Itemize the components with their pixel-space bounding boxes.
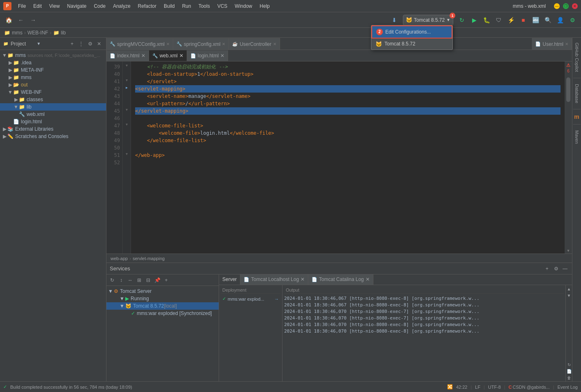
gutter-fold-42[interactable]: ▸ (123, 84, 131, 91)
vcs-update-button[interactable]: ⬇ (389, 15, 400, 25)
svc-item-tomcat-instance[interactable]: ▼ 🐱 Tomcat 8.5.72 [local] (106, 302, 219, 310)
tree-item-idea[interactable]: ▶ 📁 .idea (0, 59, 106, 66)
svc-item-tomcat-server[interactable]: ▼ ⚙ Tomcat Server (106, 288, 219, 295)
gutter-fold-41[interactable]: ▾ (123, 76, 131, 84)
right-tool-maven[interactable]: Maven (574, 127, 580, 147)
log-pin-btn[interactable]: 📄 (566, 368, 572, 374)
log-down-btn[interactable]: ▼ (566, 292, 572, 298)
stop-button[interactable]: ■ (518, 15, 529, 25)
gutter-fold-45[interactable]: ▾ (123, 106, 131, 113)
tab-usercontroller[interactable]: ☕ UserController ✕ (229, 38, 280, 50)
git-icon[interactable]: 🔀 (447, 384, 453, 390)
debug-button[interactable]: 🐛 (481, 15, 492, 25)
right-tool-m[interactable]: m (574, 112, 579, 122)
svc-expand-btn[interactable]: ↔ (126, 276, 134, 284)
svc-refresh-btn[interactable]: ↻ (108, 276, 116, 284)
log-tab-catalina[interactable]: 📄 Tomcat Catalina Log ✕ (308, 274, 373, 285)
gutter-fold-47[interactable]: ▾ (123, 120, 131, 128)
tab-close-springconfig[interactable]: ✕ (222, 42, 225, 46)
settings-button[interactable]: ⚙ (567, 15, 578, 25)
svc-add-btn[interactable]: + (162, 276, 170, 284)
gutter-fold-39[interactable]: ▾ (123, 61, 131, 69)
breadcrumb-lib[interactable]: lib (61, 30, 66, 36)
back-button[interactable]: ← (16, 15, 26, 25)
new-file-btn[interactable]: + (68, 40, 76, 48)
tab-springconfig[interactable]: 🔧 springConfig.xml ✕ (173, 38, 229, 50)
forward-button[interactable]: → (28, 15, 38, 25)
tab-close-usercontroller[interactable]: ✕ (273, 42, 276, 46)
gutter-fold-51[interactable]: ▾ (123, 150, 131, 157)
menu-code[interactable]: Code (90, 2, 109, 10)
services-close-btn[interactable]: — (561, 265, 569, 272)
menu-tools[interactable]: Tools (195, 2, 213, 10)
deploy-arrow-btn[interactable]: → (274, 297, 279, 301)
tree-item-webinf[interactable]: ▼ 📁 WEB-INF (0, 88, 106, 96)
log-tab-catalina-close[interactable]: ✕ (366, 276, 370, 282)
log-sync-btn[interactable]: ↻ (566, 362, 572, 367)
tree-settings-btn[interactable]: ⚙ (86, 40, 94, 48)
sync-button[interactable]: ↻ (457, 15, 467, 25)
services-settings-btn[interactable]: ⚙ (552, 265, 560, 272)
minimize-button[interactable]: — (554, 3, 560, 9)
project-icon[interactable]: 🏠 (3, 15, 14, 25)
menu-run[interactable]: Run (179, 2, 194, 10)
editor-bc-servletmapping[interactable]: servlet-mapping (133, 256, 165, 261)
collapse-all-btn[interactable]: ⋮ (77, 40, 85, 48)
menu-edit[interactable]: Edit (30, 2, 45, 10)
menu-refactor[interactable]: Refactor (135, 2, 160, 10)
close-button[interactable]: ✕ (572, 3, 578, 9)
tab2-close-indexhtml[interactable]: ✕ (141, 53, 145, 59)
profile-button[interactable]: ⚡ (506, 15, 516, 25)
tab2-close-webxml[interactable]: ✕ (179, 53, 183, 59)
log-tab-localhost[interactable]: 📄 Tomcat Localhost Log ✕ (240, 274, 308, 285)
search-button[interactable]: 🔍 (543, 15, 553, 25)
tab2-webxml[interactable]: 🔧 web.xml ✕ (149, 50, 187, 61)
right-tool-database[interactable]: Database (574, 81, 580, 106)
tab2-close-loginhtml[interactable]: ✕ (220, 53, 224, 59)
tree-item-scratches[interactable]: ▶ ✏️ Scratches and Consoles (0, 133, 106, 140)
error-indicator[interactable]: ⚠ (565, 61, 572, 69)
log-tab-localhost-close[interactable]: ✕ (301, 276, 305, 282)
tree-item-out[interactable]: ▶ 📂 out (0, 81, 106, 88)
tree-item-extlibs[interactable]: ▶ 📚 External Libraries (0, 125, 106, 133)
log-clear-btn[interactable]: 🗑 (566, 375, 572, 381)
menu-file[interactable]: File (15, 2, 29, 10)
tree-item-lib[interactable]: ▼ 📁 lib (0, 103, 106, 111)
svc-pin-btn[interactable]: 📌 (153, 276, 161, 284)
tree-item-webxml[interactable]: 🔧 web.xml (0, 111, 106, 118)
menu-navigate[interactable]: Navigate (64, 2, 90, 10)
tab2-indexhtml[interactable]: 📄 index.html ✕ (106, 50, 149, 61)
code-editor[interactable]: <!-- 容器自动启动完成初始化 --> <load-on-startup>1<… (131, 61, 565, 254)
edit-configurations-item[interactable]: 2 Edit Configurations... (371, 25, 452, 39)
close-panel-btn[interactable]: ✕ (95, 40, 103, 48)
tree-item-mms-sub[interactable]: ▶ 📁 mms (0, 74, 106, 81)
tab-userhtml[interactable]: 📄 User.html ✕ (532, 38, 572, 50)
tree-item-metainf[interactable]: ▶ 📁 META-INF (0, 66, 106, 74)
log-up-btn[interactable]: ▲ (566, 286, 572, 292)
status-csdn[interactable]: C CSDN @gabirds... (509, 385, 550, 390)
svc-collapse-btn[interactable]: ↕ (117, 276, 125, 284)
log-tab-server[interactable]: Server (219, 274, 240, 285)
menu-help[interactable]: Help (256, 2, 273, 10)
scroll-down-arrow[interactable]: ▼ (565, 248, 572, 254)
run-button[interactable]: ▶ (469, 15, 479, 25)
right-tool-copilot[interactable]: GitHub Copilot (574, 39, 580, 75)
run-config-selector[interactable]: 🐱 Tomcat 8.5.72 ▼ 2 Edit Configurations.… (403, 15, 453, 25)
tab2-loginhtml[interactable]: 📄 login.html ✕ (187, 50, 228, 61)
tab-close-springmvcconfig[interactable]: ✕ (166, 42, 170, 46)
menu-build[interactable]: Build (161, 2, 178, 10)
menu-vcs[interactable]: VCS (214, 2, 231, 10)
translate-button[interactable]: 🔤 (530, 15, 541, 25)
svc-group-btn[interactable]: ⊞ (135, 276, 143, 284)
tomcat-config-item[interactable]: 🐱 Tomcat 8.5.72 (371, 39, 452, 50)
menu-view[interactable]: View (46, 2, 63, 10)
services-add-btn[interactable]: + (543, 265, 551, 272)
scroll-track[interactable] (565, 73, 572, 248)
tree-item-loginhtml[interactable]: 📄 login.html (0, 118, 106, 125)
tab-close-userhtml[interactable]: ✕ (565, 42, 568, 46)
menu-window[interactable]: Window (231, 2, 255, 10)
user-button[interactable]: 👤 (555, 15, 565, 25)
coverage-button[interactable]: 🛡 (493, 15, 504, 25)
svc-item-running[interactable]: ▼ ▶ Running (106, 295, 219, 302)
svc-filter-btn[interactable]: ⊟ (144, 276, 152, 284)
